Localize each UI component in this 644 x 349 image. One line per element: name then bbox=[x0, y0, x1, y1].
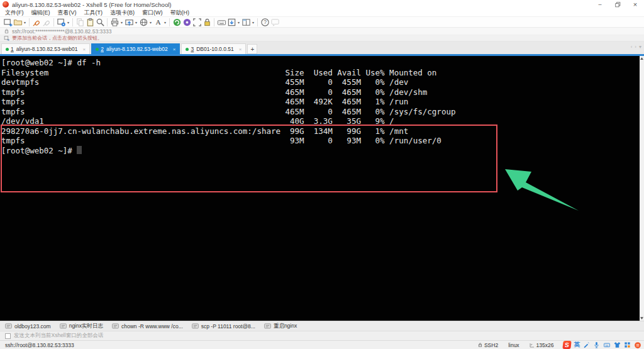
menu-edit[interactable]: 编辑(E) bbox=[31, 9, 50, 17]
tab-bar: 1 aliyun-8.130.82.53-web01 × 2 aliyun-8.… bbox=[0, 42, 644, 54]
copy-icon[interactable] bbox=[75, 18, 85, 27]
microphone-icon[interactable] bbox=[593, 341, 600, 348]
skin-icon[interactable] bbox=[614, 341, 621, 348]
menu-tools[interactable]: 工具(T) bbox=[84, 9, 103, 17]
close-button[interactable]: × bbox=[626, 0, 644, 9]
new-tab-button[interactable]: + bbox=[247, 44, 257, 54]
scroll-down-icon[interactable] bbox=[640, 317, 643, 319]
menu-bar: 文件(F) 编辑(E) 查看(V) 工具(T) 选项卡(B) 窗口(W) 帮助(… bbox=[0, 9, 644, 17]
send-to-all-checkbox[interactable] bbox=[5, 333, 11, 339]
tab-scroll-left-icon[interactable]: ‹ bbox=[631, 44, 633, 50]
quick-command-bar: oldboy123.com nginx实时日志 chown -R www.www… bbox=[0, 321, 644, 331]
tab-status-icon bbox=[96, 48, 99, 51]
tab-label: aliyun-8.130.82.53-web01 bbox=[16, 46, 78, 52]
menu-view[interactable]: 查看(V) bbox=[58, 9, 77, 17]
web-caret-icon[interactable]: ▾ bbox=[148, 20, 153, 25]
plugin-icon[interactable] bbox=[182, 18, 192, 27]
address-value[interactable]: ssh://root:**************@8.130.82.53:33… bbox=[12, 28, 111, 35]
command-button-icon bbox=[264, 323, 271, 329]
green-arrow bbox=[505, 169, 579, 211]
menu-window[interactable]: 窗口(W) bbox=[142, 9, 163, 17]
connect-icon[interactable] bbox=[31, 18, 42, 27]
restore-icon bbox=[615, 2, 621, 8]
tab-label: aliyun-8.130.82.53-web02 bbox=[106, 46, 168, 52]
command-button-icon bbox=[112, 323, 119, 329]
paste-icon[interactable] bbox=[85, 18, 95, 27]
open-folder-icon[interactable] bbox=[13, 18, 23, 27]
layout-caret-icon[interactable]: ▾ bbox=[251, 20, 255, 25]
session-properties-caret-icon[interactable]: ▾ bbox=[66, 20, 70, 25]
language-indicator[interactable]: 英 bbox=[574, 341, 580, 349]
tab-web01[interactable]: 1 aliyun-8.130.82.53-web01 × bbox=[1, 43, 90, 54]
tab-scroll-controls: ‹ › ▾ bbox=[631, 44, 641, 50]
terminal-area[interactable]: [root@web02 ~]# df -h Filesystem Size Us… bbox=[0, 56, 644, 321]
new-session-icon[interactable] bbox=[3, 18, 13, 27]
restore-button[interactable] bbox=[609, 0, 626, 9]
sogou-logo-icon[interactable]: S bbox=[562, 341, 571, 349]
open-folder-caret-icon[interactable]: ▾ bbox=[23, 20, 27, 25]
pen-icon[interactable] bbox=[583, 341, 590, 348]
quick-command-chown[interactable]: chown -R www.www /co... bbox=[112, 323, 183, 330]
font-icon[interactable]: A bbox=[153, 18, 163, 27]
print-caret-icon[interactable]: ▾ bbox=[119, 20, 124, 25]
minimize-button[interactable]: – bbox=[591, 0, 609, 9]
command-button-icon bbox=[60, 323, 67, 329]
quick-command-label: 重启nginx bbox=[274, 323, 297, 330]
menu-help[interactable]: 帮助(H) bbox=[170, 9, 190, 17]
menu-tab[interactable]: 选项卡(B) bbox=[110, 9, 135, 17]
status-connection: ssh://root@8.130.82.53:3333 bbox=[5, 342, 468, 348]
print-icon[interactable] bbox=[109, 18, 119, 27]
send-to-all-bar: 发送文本到当前Xshell窗口的全部会话 bbox=[0, 331, 644, 340]
terminal-scrollbar[interactable] bbox=[640, 56, 644, 321]
help-icon[interactable]: ? bbox=[260, 18, 270, 27]
session-lock-icon bbox=[4, 28, 9, 34]
tab-close-icon[interactable]: × bbox=[173, 47, 176, 52]
resize-icon bbox=[530, 343, 535, 348]
layout-icon[interactable] bbox=[241, 18, 251, 27]
tab-number: 3 bbox=[191, 46, 194, 52]
tab-db01[interactable]: 3 DB01-10.0.0.51 × bbox=[181, 43, 246, 54]
command-button-icon bbox=[192, 323, 199, 329]
lock-screen-icon[interactable] bbox=[202, 18, 212, 27]
session-properties-icon[interactable] bbox=[56, 18, 66, 27]
svg-text:A: A bbox=[155, 18, 161, 26]
scroll-up-icon[interactable] bbox=[640, 57, 643, 60]
terminal-output[interactable]: [root@web02 ~]# df -h Filesystem Size Us… bbox=[1, 58, 455, 155]
quick-command-label: scp -P 11011 root@8... bbox=[201, 323, 255, 330]
keyboard-icon[interactable] bbox=[216, 18, 226, 27]
quick-command-scp[interactable]: scp -P 11011 root@8... bbox=[192, 323, 255, 330]
command-button-icon bbox=[5, 323, 12, 329]
tab-web02[interactable]: 2 aliyun-8.130.82.53-web02 × bbox=[91, 43, 180, 54]
tab-list-caret-icon[interactable]: ▾ bbox=[639, 44, 641, 50]
status-bar: ssh://root@8.130.82.53:3333 SSH2 linux 1… bbox=[0, 340, 644, 349]
font-caret-icon[interactable]: ▾ bbox=[163, 20, 167, 25]
transfer-caret-icon[interactable]: ▾ bbox=[134, 20, 138, 25]
quick-command-nginx-log[interactable]: nginx实时日志 bbox=[60, 323, 103, 330]
quick-command-restart-nginx[interactable]: 重启nginx bbox=[264, 323, 297, 330]
soft-keyboard-icon[interactable] bbox=[603, 341, 611, 348]
menu-file[interactable]: 文件(F) bbox=[5, 9, 24, 17]
transfer-icon[interactable] bbox=[124, 18, 134, 27]
compose-icon[interactable] bbox=[172, 18, 182, 27]
send-to-all-label: 发送文本到当前Xshell窗口的全部会话 bbox=[14, 332, 103, 340]
launch-caret-icon[interactable]: ▾ bbox=[236, 20, 241, 25]
info-bar-text: 要添加当前会话，点击左侧的箭头按钮。 bbox=[12, 35, 103, 42]
tab-scroll-right-icon[interactable]: › bbox=[635, 44, 636, 50]
fullscreen-icon[interactable] bbox=[192, 18, 202, 27]
tab-status-icon bbox=[186, 48, 189, 51]
svg-text:?: ? bbox=[264, 19, 267, 25]
launch-icon[interactable] bbox=[226, 18, 236, 27]
feedback-icon[interactable] bbox=[270, 18, 280, 27]
tab-close-icon[interactable]: × bbox=[83, 47, 86, 52]
tab-close-icon[interactable]: × bbox=[239, 47, 242, 52]
add-session-arrow-icon[interactable] bbox=[4, 35, 9, 41]
status-protocol: SSH2 bbox=[478, 342, 498, 348]
disconnect-icon[interactable] bbox=[42, 18, 52, 27]
web-icon[interactable] bbox=[138, 18, 148, 27]
find-icon[interactable] bbox=[95, 18, 105, 27]
toolbox-grid-icon[interactable] bbox=[624, 341, 631, 348]
tab-number: 1 bbox=[11, 46, 14, 52]
sogou-more-icon[interactable] bbox=[634, 341, 641, 349]
tab-status-icon bbox=[6, 48, 9, 51]
quick-command-oldboy[interactable]: oldboy123.com bbox=[5, 323, 51, 330]
